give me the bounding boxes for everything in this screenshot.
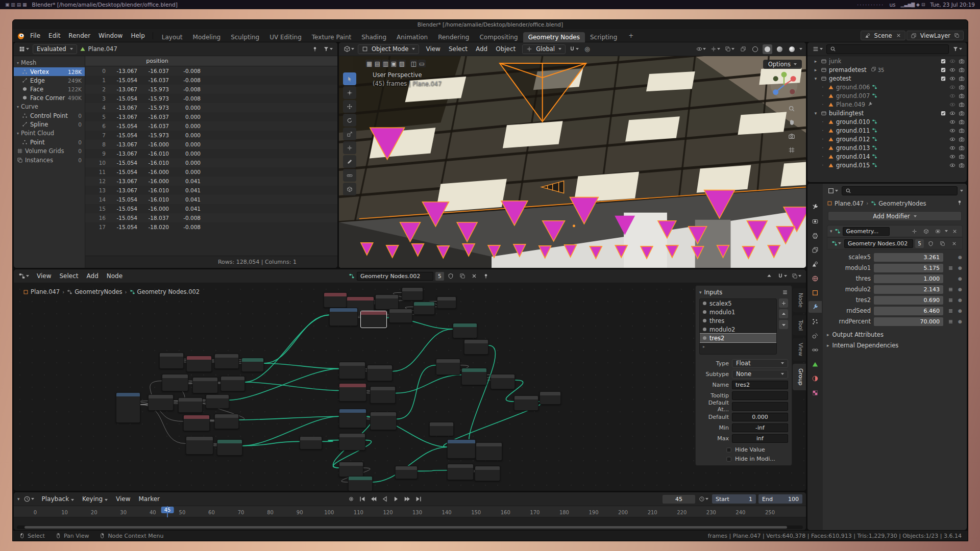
graph-node[interactable]: [186, 356, 212, 372]
playhead[interactable]: 45: [161, 507, 174, 513]
workspace-tab-compositing[interactable]: Compositing: [474, 32, 523, 42]
graph-node[interactable]: [183, 415, 210, 431]
hide-eye-icon[interactable]: [949, 162, 955, 168]
properties-tab-physics[interactable]: [808, 330, 822, 341]
menu-node[interactable]: Node: [103, 271, 127, 281]
unlink-icon[interactable]: [949, 239, 959, 248]
sidebar-tab-tool[interactable]: Tool: [793, 315, 806, 335]
graph-node[interactable]: [186, 436, 213, 455]
hide-eye-icon[interactable]: [949, 67, 955, 73]
blender-logo-icon[interactable]: [17, 32, 25, 40]
add-workspace-button[interactable]: +: [623, 31, 639, 41]
outliner-item-junk[interactable]: ▸junk: [807, 57, 967, 65]
gizmos-toggle-icon[interactable]: [709, 44, 721, 54]
animate-dot-icon[interactable]: ●: [958, 297, 963, 303]
exclude-checkbox[interactable]: [940, 76, 946, 82]
domain-face[interactable]: Face122K: [14, 85, 85, 93]
modifier-edit-toggle-icon[interactable]: [910, 227, 919, 236]
outliner-item-ground.007[interactable]: ·ground.007: [807, 91, 967, 100]
properties-tab-output[interactable]: [808, 230, 822, 241]
domain-point[interactable]: Point0: [14, 138, 85, 146]
properties-search-input[interactable]: [842, 186, 958, 195]
graph-node[interactable]: [395, 466, 418, 479]
pan-hand-icon[interactable]: [788, 119, 795, 126]
disable-render-icon[interactable]: [959, 145, 965, 151]
modifier-realtime-toggle-icon[interactable]: [921, 227, 931, 236]
animate-dot-icon[interactable]: ●: [958, 255, 963, 260]
graph-node[interactable]: [217, 439, 242, 456]
toggle-icon[interactable]: ▦: [365, 60, 373, 67]
section-internal-dependencies[interactable]: ▸Internal Dependencies: [827, 342, 963, 349]
scene-selector[interactable]: Scene: [861, 31, 905, 40]
menu-object[interactable]: Object: [492, 44, 520, 54]
spreadsheet-group-curve[interactable]: ▾Curve: [14, 102, 85, 111]
group-input-scalex5[interactable]: scalex5: [700, 299, 776, 308]
filter-icon[interactable]: [322, 44, 334, 54]
menu-add[interactable]: Add: [83, 271, 103, 281]
editor-type-button[interactable]: [811, 44, 824, 54]
type-dropdown[interactable]: Float: [732, 359, 788, 368]
table-row[interactable]: 14-15.054-16.0100.041: [85, 195, 337, 204]
new-copy-icon[interactable]: [458, 271, 468, 281]
workspace-tab-layout[interactable]: Layout: [157, 32, 188, 42]
sidebar-tab-view[interactable]: View: [793, 338, 806, 361]
table-row[interactable]: 2-13.067-15.973-0.008: [85, 85, 337, 94]
domain-edge[interactable]: Edge249K: [14, 76, 85, 85]
table-row[interactable]: 4-13.067-15.9730.000: [85, 103, 337, 112]
tres2-value-field[interactable]: 0.690: [874, 296, 943, 305]
outliner-item-ground.013[interactable]: ·ground.013: [807, 143, 967, 152]
play-reverse-button[interactable]: [380, 494, 390, 504]
table-row[interactable]: 11-15.054-16.0000.000: [85, 167, 337, 177]
toggle-icon[interactable]: ◫: [410, 60, 418, 67]
tool-transform[interactable]: [343, 141, 356, 154]
jump-to-end-button[interactable]: [414, 494, 424, 504]
auto-key-icon[interactable]: [347, 494, 356, 504]
hide-eye-icon[interactable]: [949, 136, 955, 142]
filter-icon[interactable]: [951, 44, 963, 54]
properties-tab-view-layer[interactable]: [808, 244, 822, 256]
transform-orientation-dropdown[interactable]: Global: [522, 44, 566, 54]
shading-wireframe-icon[interactable]: [750, 44, 760, 54]
graph-node[interactable]: [324, 292, 347, 308]
hide-eye-icon[interactable]: [949, 154, 955, 160]
zoom-icon[interactable]: [788, 105, 795, 112]
properties-tab-object[interactable]: [808, 287, 822, 298]
unlink-scene-icon[interactable]: [896, 33, 901, 38]
graph-node[interactable]: [447, 439, 476, 459]
node-group-name-field[interactable]: Geometry Nodes.002: [844, 239, 913, 248]
toggle-icon[interactable]: ▨: [398, 60, 406, 67]
disable-render-icon[interactable]: [959, 58, 965, 64]
domain-vertex[interactable]: Vertex128K: [14, 67, 85, 76]
rndSeed-value-field[interactable]: 6.460: [874, 307, 943, 315]
properties-tab-data[interactable]: [808, 358, 822, 370]
graph-node[interactable]: [461, 368, 487, 385]
menu-view[interactable]: View: [112, 494, 134, 504]
disable-render-icon[interactable]: [959, 67, 965, 73]
workspace-tab-texture-paint[interactable]: Texture Paint: [307, 32, 356, 42]
graph-node[interactable]: [491, 374, 515, 389]
outliner-item-Plane.049[interactable]: ·Plane.049: [807, 100, 967, 109]
table-row[interactable]: 6-15.054-16.0370.000: [85, 121, 337, 131]
exclude-checkbox[interactable]: [940, 67, 946, 73]
add-input-button[interactable]: [779, 298, 788, 308]
os-launcher-icons[interactable]: ▣ ▥ ▤ ▦: [5, 2, 27, 7]
workspace-tab-rendering[interactable]: Rendering: [433, 32, 474, 42]
group-input-extra[interactable]: ▸: [700, 342, 776, 351]
editor-type-button[interactable]: [17, 44, 30, 54]
properties-tab-tool[interactable]: [808, 201, 822, 213]
menu-select[interactable]: Select: [445, 44, 472, 54]
hide-eye-icon[interactable]: [949, 128, 955, 134]
menu-playback[interactable]: Playback: [38, 494, 78, 504]
disable-render-icon[interactable]: [959, 136, 965, 142]
add-modifier-button[interactable]: Add Modifier: [828, 211, 962, 221]
graph-node[interactable]: [339, 409, 366, 428]
next-keyframe-button[interactable]: [403, 494, 412, 504]
workspace-tab-shading[interactable]: Shading: [356, 32, 391, 42]
timeline-scrollbar[interactable]: [17, 525, 803, 529]
pin-icon[interactable]: [481, 271, 491, 281]
table-row[interactable]: 9-13.067-16.0100.000: [85, 149, 337, 158]
outliner-item-buildingtest[interactable]: ▾buildingtest: [807, 109, 967, 117]
outliner-item-geotest[interactable]: ▾geotest: [807, 74, 967, 83]
toggle-icon[interactable]: ▥: [382, 60, 389, 67]
menu-render[interactable]: Render: [64, 31, 94, 40]
